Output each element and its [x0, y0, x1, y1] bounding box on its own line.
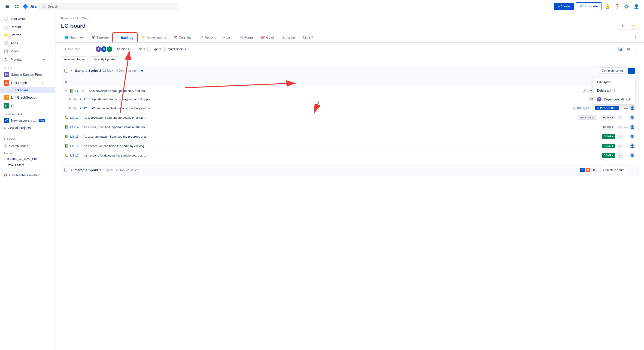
add-project-button[interactable]: + [42, 57, 46, 62]
lg11-key[interactable]: LG-11 [78, 97, 90, 101]
lg17-key[interactable]: LG-17 [70, 154, 82, 157]
tab-active-sprints[interactable]: ⚡ Active sprints [138, 33, 170, 42]
version-filter-button[interactable]: Version ▾ [114, 46, 132, 52]
tab-forms[interactable]: 📋 Forms [236, 33, 257, 42]
sidebar-new-discovery[interactable]: ND New discovery ... TRY [0, 116, 55, 125]
upgrade-button[interactable]: 💎 Upgrade [576, 2, 602, 10]
lg15-status[interactable]: DONE ▾ [602, 134, 615, 139]
bug-icon-2: 🐛 [64, 154, 68, 157]
tab-add-button[interactable]: + [632, 33, 638, 41]
breadcrumb-project-link[interactable]: Link Graph [76, 17, 90, 20]
sprint3-expand-button[interactable]: ▼ [70, 168, 73, 172]
filters-more-button[interactable]: ··· [47, 136, 52, 141]
sidebar-project-linkgraph[interactable]: LG Link Graph + ··· [0, 79, 55, 87]
lg16-summary: As a team, we can finish the sprint by c… [84, 144, 600, 148]
lg10-key[interactable]: LG-10 [75, 89, 87, 93]
assigned-to-me-tag[interactable]: Assigned to me [61, 56, 88, 62]
sidebar-project-kanban[interactable]: SK Sample Kanban Proje... [0, 70, 55, 79]
lg10-summary: As a developer, I can update story and t… [89, 89, 581, 93]
global-search-input[interactable] [48, 4, 175, 8]
lg13-key[interactable]: LG-13 [70, 116, 82, 119]
sprint3-complete-button[interactable]: Complete sprint [600, 167, 627, 173]
sidebar-view-all-projects[interactable]: ≡ View all projects [0, 125, 55, 131]
lg14-status[interactable]: TO DO ▾ [600, 125, 615, 129]
sidebar-item-projects[interactable]: 🗂 Projects + ··· [0, 55, 55, 64]
sidebar-search-issues[interactable]: 🔍 Search issues [0, 143, 55, 149]
lg15-key[interactable]: LG-15 [70, 135, 82, 138]
sidebar-filters[interactable]: ≡ Filters ··· [0, 135, 55, 143]
page-title-more-button[interactable]: ··· [88, 22, 93, 29]
sidebar-project-it[interactable]: IT IT [0, 102, 55, 110]
sprint3-count1: 7 [580, 168, 585, 172]
backlog-search-input[interactable] [68, 47, 86, 51]
tab-reports[interactable]: 📈 Reports [196, 33, 220, 42]
grid-icon-button[interactable] [13, 3, 20, 10]
tab-summary[interactable]: 🌐 Summary [61, 33, 88, 42]
delete-sprint-menu-item[interactable]: Delete sprint [593, 86, 635, 95]
lg12-key[interactable]: LG-12 [78, 106, 90, 110]
share-button[interactable]: ⬆ [619, 22, 627, 29]
tab-list[interactable]: ≡ List [220, 33, 236, 42]
projects-more-button[interactable]: ··· [47, 57, 52, 62]
sidebar-toggle-button[interactable] [4, 3, 11, 10]
lg10-expand-button[interactable]: ▼ [64, 89, 68, 93]
sidebar-sub-item-lgboard[interactable]: 📊 LG board [0, 87, 55, 93]
svg-rect-3 [15, 4, 16, 6]
sidebar-feedback[interactable]: 📢 Give feedback on the n... [0, 172, 55, 178]
status-chevron: ▾ [612, 135, 613, 138]
help-button[interactable]: ❓ [613, 2, 621, 10]
lg14-key[interactable]: LG-14 [70, 125, 82, 129]
sprint3-checkbox[interactable] [64, 168, 68, 172]
sprint2-checkbox[interactable] [64, 69, 68, 72]
type-filter-button[interactable]: Type ▾ [150, 46, 164, 52]
notifications-button[interactable]: 🔔 [603, 2, 611, 10]
dependency-graph-menu-item[interactable]: D DependencyGraph [593, 95, 635, 104]
lg16-status[interactable]: DONE ▾ [602, 144, 615, 148]
lg13-status[interactable]: TO DO ▾ [600, 115, 615, 120]
quick-filters-button[interactable]: Quick filters ▾ [166, 46, 189, 52]
toolbar-more-button[interactable]: ··· [633, 46, 638, 53]
chart-view-button[interactable]: 📊 [617, 45, 624, 53]
layout-button[interactable]: ⊞ [626, 45, 631, 53]
lg16-key[interactable]: LG-16 [70, 144, 82, 148]
settings-button[interactable]: ⚙️ [623, 2, 630, 10]
sprint-tools-more-button[interactable]: ··· [69, 78, 75, 85]
sidebar-item-recent[interactable]: 🕒 Recent › [0, 23, 55, 31]
linkgraph-add-button[interactable]: + [41, 80, 44, 85]
tab-timeline[interactable]: 📅 Timeline [88, 33, 112, 42]
sidebar-item-apps[interactable]: ⬜ Apps [0, 39, 55, 47]
search-bar[interactable] [39, 3, 178, 10]
recently-updated-tag[interactable]: Recently Updated [90, 56, 120, 62]
tab-backlog[interactable]: ··· Backlog [112, 32, 138, 43]
profile-button[interactable]: 👤 [632, 2, 640, 10]
tab-goals[interactable]: 🎯 Goals [257, 33, 278, 42]
issue-row-lg13: 🐛 LG-13 As a developer, I can update det… [61, 113, 638, 122]
sprint2-more-button[interactable]: ··· [628, 68, 635, 74]
sprint3-more-button[interactable]: ··· [629, 166, 635, 173]
backlog-search-field[interactable] [61, 46, 93, 52]
lg17-status[interactable]: DONE ▾ [602, 153, 615, 158]
jira-logo[interactable]: Jira [22, 3, 36, 10]
breadcrumb-projects-link[interactable]: Projects [61, 17, 72, 20]
create-button[interactable]: + Create [554, 3, 574, 10]
sidebar-default-filters[interactable]: › Default filters [0, 162, 55, 168]
recent-icon: 🕒 [4, 25, 8, 29]
linkgraph-more-button[interactable]: ··· [47, 80, 52, 85]
edit-sprint-menu-item[interactable]: Edit sprint [593, 78, 635, 86]
sprint2-expand-button[interactable]: ▼ [70, 69, 73, 72]
tab-calendar[interactable]: 📆 Calendar [170, 33, 196, 42]
sidebar-item-plans[interactable]: 📋 Plans › [0, 47, 55, 55]
sidebar: 🕐 Your work 🕒 Recent › ⭐ Starred › ⬜ App… [0, 13, 56, 350]
sidebar-project-support[interactable]: LS LinkGraphSupport [0, 93, 55, 102]
lg12-status[interactable]: IN PROGRESS ▾ [595, 106, 618, 110]
sidebar-starred-filter[interactable]: ≡ created_30_days_filter [0, 156, 55, 162]
tab-issues[interactable]: ⚠ Issues [278, 33, 299, 42]
sprint3-count2: 0 [586, 168, 590, 172]
sidebar-item-your-work[interactable]: 🕐 Your work [0, 15, 55, 23]
bolt-button[interactable]: ⚡ [629, 22, 638, 29]
sprint2-complete-button[interactable]: Complete sprint [599, 67, 626, 74]
epic-filter-button[interactable]: Epic ▾ [134, 46, 147, 52]
tab-more[interactable]: More 7 [299, 33, 317, 42]
sidebar-item-starred[interactable]: ⭐ Starred › [0, 31, 55, 39]
avatar-3[interactable]: C [106, 46, 113, 52]
